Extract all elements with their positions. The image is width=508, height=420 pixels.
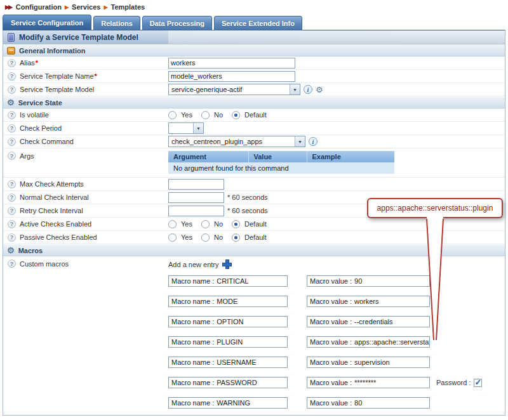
help-icon[interactable]: ? [8, 180, 16, 188]
add-macro-entry[interactable]: Add a new entry [168, 260, 505, 268]
row-is-volatile: ? Is volatile Yes No Default [3, 108, 505, 122]
macro-row: Macro name :MODE Macro value :workers [168, 296, 505, 307]
help-icon[interactable]: ? [8, 86, 16, 94]
is-volatile-radio-no[interactable] [201, 111, 210, 119]
view-template-icon[interactable]: i [304, 85, 312, 94]
plus-icon[interactable] [223, 260, 231, 268]
alias-input[interactable] [168, 58, 295, 69]
breadcrumb-templates[interactable]: Templates [111, 3, 145, 11]
tab-data-processing[interactable]: Data Processing [142, 16, 212, 30]
macro-value-input[interactable]: Macro value :apps::apache::serverstatus:… [307, 336, 430, 348]
macro-row: Macro name :WARNING Macro value :80 [168, 397, 505, 409]
args-label: Args [20, 152, 34, 160]
macro-value-input[interactable]: Macro value :--credentials [307, 316, 430, 327]
row-max-check-attempts: ? Max Check Attempts [3, 178, 505, 191]
args-empty-message: No argument found for this command [168, 162, 394, 174]
max-check-attempts-label: Max Check Attempts [20, 180, 84, 188]
active-checks-radio-yes[interactable] [168, 220, 177, 228]
gear-icon: ⚙ [7, 98, 15, 107]
macro-row: Macro name :USERNAME Macro value :superv… [168, 357, 505, 368]
macro-name-input[interactable]: Macro name :CRITICAL [168, 275, 288, 287]
macro-row: Macro name :OPTION Macro value :--creden… [168, 316, 505, 327]
macro-value-input[interactable]: Macro value :******** [307, 377, 430, 388]
macro-row-plugin: Macro name :PLUGIN Macro value :apps::ap… [168, 336, 505, 348]
help-icon[interactable]: ? [8, 259, 16, 268]
custom-macros-label: Custom macros [20, 260, 69, 268]
tab-service-configuration[interactable]: Service Configuration [3, 15, 91, 30]
service-template-model-select[interactable]: service-generique-actif ▼ [168, 84, 300, 95]
help-icon[interactable]: ? [8, 124, 16, 133]
passive-checks-radio-default[interactable] [232, 233, 240, 242]
active-checks-radio-default[interactable] [232, 220, 240, 228]
tab-service-extended-info[interactable]: Service Extended Info [214, 16, 302, 30]
section-title: General Information [19, 47, 86, 55]
help-icon[interactable]: ? [8, 111, 16, 119]
is-volatile-label: Is volatile [20, 111, 49, 119]
password-checkbox[interactable]: ✓ [474, 379, 482, 387]
alias-label: Alias* [20, 59, 38, 67]
macro-name-input[interactable]: Macro name :OPTION [168, 316, 288, 327]
check-period-select[interactable]: ▼ [168, 122, 204, 134]
dropdown-arrow-icon: ▼ [290, 84, 300, 95]
dropdown-arrow-icon: ▼ [295, 136, 305, 147]
normal-check-interval-input[interactable] [168, 192, 224, 203]
template-name-label: Service Template Name* [20, 72, 97, 80]
section-title: Service State [18, 99, 62, 107]
row-alias: ? Alias* [3, 56, 505, 70]
help-icon[interactable]: ? [8, 220, 16, 228]
check-command-label: Check Command [20, 138, 74, 145]
passive-checks-radio-yes[interactable] [168, 233, 177, 242]
section-general-information: General Information [3, 44, 505, 56]
macro-name-input[interactable]: Macro name :PASSWORD [168, 377, 288, 388]
args-header-value: Value [248, 151, 307, 162]
macro-value-input[interactable]: Macro value :90 [307, 275, 430, 287]
help-icon[interactable]: ? [8, 207, 16, 215]
is-volatile-radio-yes[interactable] [168, 111, 177, 119]
retry-check-interval-label: Retry Check Interval [20, 207, 83, 214]
service-template-name-input[interactable] [168, 71, 295, 82]
breadcrumb-services[interactable]: Services [72, 3, 100, 11]
general-info-icon [7, 47, 15, 55]
row-check-command: ? Check Command check_centreon_plugin_ap… [3, 135, 505, 148]
breadcrumb-configuration[interactable]: Configuration [16, 3, 62, 11]
max-check-attempts-input[interactable] [168, 179, 224, 190]
dropdown-arrow-icon: ▼ [193, 123, 203, 133]
macro-value-input[interactable]: Macro value :80 [307, 397, 430, 409]
section-service-state: ⚙ Service State [3, 96, 505, 108]
macro-value-input[interactable]: Macro value :supervision [307, 357, 430, 368]
password-checkbox-label: Password : [436, 379, 471, 386]
args-table: Argument Value Example No argument found… [168, 151, 394, 174]
breadcrumb: ▶▶ Configuration ▶ Services ▶ Templates [0, 0, 508, 13]
help-icon[interactable]: ? [8, 59, 16, 67]
active-checks-radio-no[interactable] [201, 220, 210, 228]
macro-value-input[interactable]: Macro value :workers [307, 296, 430, 307]
help-icon[interactable]: ? [8, 72, 16, 81]
args-header-example: Example [307, 151, 394, 162]
row-args: ? Args Argument Value Example No argumen… [3, 148, 505, 178]
row-service-template-name: ? Service Template Name* [3, 70, 505, 83]
macro-row: Macro name :CRITICAL Macro value :90 [168, 275, 505, 287]
passive-checks-radio-no[interactable] [201, 233, 210, 242]
is-volatile-radio-default[interactable] [232, 111, 240, 119]
help-icon[interactable]: ? [8, 194, 16, 202]
gears-icon[interactable]: ⚙ [316, 86, 323, 94]
breadcrumb-arrow-icon: ▶ [65, 4, 69, 10]
retry-check-interval-input[interactable] [168, 206, 224, 216]
tab-bar: Service Configuration Relations Data Pro… [3, 15, 508, 30]
macro-name-input[interactable]: Macro name :MODE [168, 296, 288, 307]
help-icon[interactable]: ? [8, 138, 16, 146]
page-title-bar: Modify a Service Template Model [3, 30, 505, 44]
plugin-tooltip-tail [424, 216, 450, 343]
macro-name-input[interactable]: Macro name :USERNAME [168, 357, 288, 368]
macro-name-input[interactable]: Macro name :PLUGIN [168, 336, 288, 348]
args-header-argument: Argument [168, 151, 248, 162]
tab-relations[interactable]: Relations [93, 16, 140, 30]
help-icon[interactable]: ? [8, 233, 16, 242]
help-icon[interactable]: ? [8, 152, 16, 160]
check-icon: ✓ [474, 377, 481, 387]
check-command-select[interactable]: check_centreon_plugin_apps ▼ [168, 136, 305, 147]
row-service-template-model: ? Service Template Model service-generiq… [3, 83, 505, 96]
service-template-icon [8, 33, 15, 42]
info-icon[interactable]: i [309, 137, 318, 146]
macro-name-input[interactable]: Macro name :WARNING [168, 397, 288, 409]
